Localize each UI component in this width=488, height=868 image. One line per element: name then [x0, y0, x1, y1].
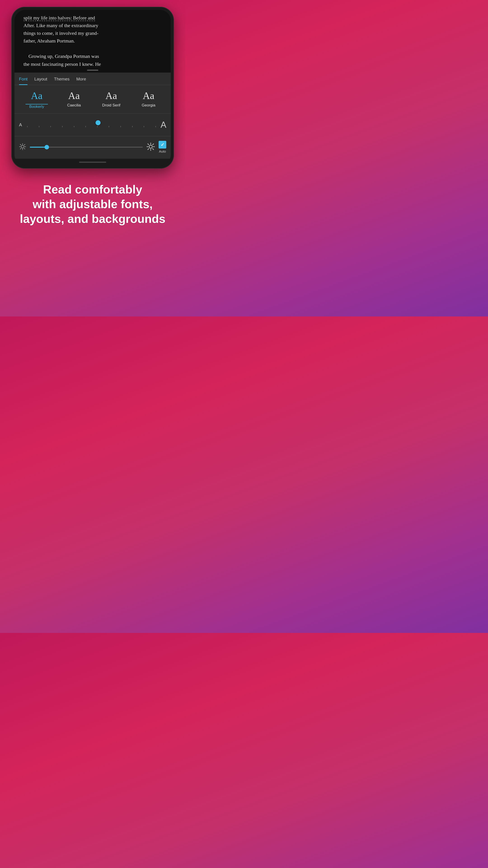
- font-size-slider-container: [27, 123, 156, 127]
- font-size-small-label: A: [19, 122, 24, 127]
- phone-outer: split my life into halves: Before and Af…: [11, 7, 174, 168]
- book-text-underlined: split my life into halves: Before and: [24, 15, 95, 21]
- drag-handle[interactable]: [87, 70, 98, 71]
- font-size-large-label: A: [160, 120, 166, 130]
- font-size-section: A: [14, 114, 171, 136]
- font-size-slider-thumb[interactable]: [96, 120, 101, 125]
- auto-brightness-checkbox[interactable]: ✓ Auto: [159, 141, 166, 153]
- phone-frame: split my life into halves: Before and Af…: [11, 0, 174, 168]
- tab-more[interactable]: More: [76, 76, 86, 85]
- home-indicator: [14, 159, 171, 165]
- font-option-bookerly[interactable]: Aa Bookerly: [18, 90, 55, 109]
- svg-point-9: [149, 145, 152, 148]
- promo-text-section: Read comfortablywith adjustable fonts,la…: [0, 168, 185, 244]
- tab-font[interactable]: Font: [19, 76, 28, 85]
- home-bar: [79, 162, 106, 163]
- font-option-droid-serif[interactable]: Aa Droid Serif: [93, 90, 130, 109]
- sun-icon-large: [147, 143, 155, 152]
- book-content: split my life into halves: Before and Af…: [14, 10, 171, 72]
- promo-heading: Read comfortablywith adjustable fonts,la…: [9, 182, 176, 226]
- settings-panel: Font Layout Themes More Aa: [14, 72, 171, 159]
- font-sample-bookerly: Aa: [31, 90, 42, 101]
- font-options: Aa Bookerly Aa Caecilia Aa Droid Serif A…: [14, 85, 171, 114]
- brightness-slider-thumb[interactable]: [44, 145, 49, 149]
- tab-layout[interactable]: Layout: [34, 76, 47, 85]
- brightness-section: ✓ Auto: [14, 136, 171, 159]
- font-size-ticks: [27, 126, 156, 127]
- brightness-slider-track[interactable]: [30, 147, 143, 148]
- svg-point-0: [21, 145, 24, 148]
- font-sample-caecilia: Aa: [68, 90, 80, 101]
- svg-line-7: [24, 144, 25, 145]
- brightness-slider-fill: [30, 147, 47, 148]
- font-sample-georgia: Aa: [143, 90, 154, 101]
- book-text: split my life into halves: Before and Af…: [24, 14, 162, 68]
- checkbox-check-icon: ✓: [161, 142, 164, 147]
- font-label-georgia: Georgia: [142, 103, 155, 107]
- font-option-georgia[interactable]: Aa Georgia: [130, 90, 167, 109]
- svg-line-17: [148, 149, 149, 150]
- font-label-caecilia: Caecilia: [67, 103, 80, 107]
- auto-brightness-label: Auto: [159, 149, 166, 153]
- tabs-bar: Font Layout Themes More: [14, 72, 171, 85]
- checkbox-box[interactable]: ✓: [159, 141, 166, 149]
- phone-screen: split my life into halves: Before and Af…: [14, 10, 171, 165]
- svg-line-8: [20, 148, 21, 149]
- svg-line-15: [153, 149, 154, 150]
- svg-line-14: [148, 144, 149, 145]
- font-option-caecilia[interactable]: Aa Caecilia: [55, 90, 93, 109]
- tab-themes[interactable]: Themes: [54, 76, 70, 85]
- svg-line-16: [153, 144, 154, 145]
- sun-icon-small: [19, 143, 26, 151]
- svg-line-6: [24, 148, 25, 149]
- font-label-droid-serif: Droid Serif: [102, 103, 120, 107]
- font-label-bookerly: Bookerly: [29, 104, 44, 109]
- svg-line-5: [20, 144, 21, 145]
- font-sample-droid-serif: Aa: [105, 90, 117, 101]
